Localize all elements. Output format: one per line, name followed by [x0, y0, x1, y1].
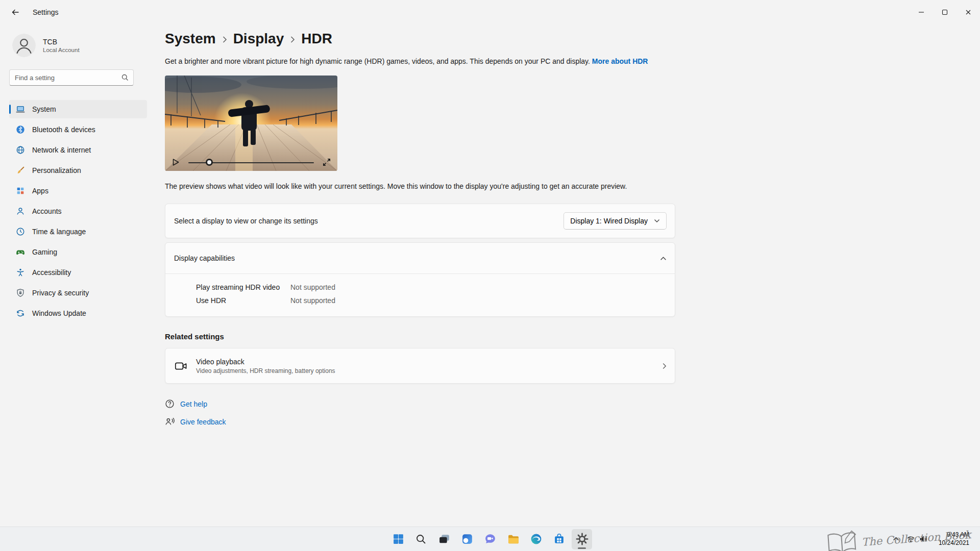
play-button[interactable] — [171, 158, 180, 167]
widgets-button[interactable] — [457, 529, 477, 549]
back-button[interactable] — [5, 3, 26, 21]
fullscreen-button[interactable] — [322, 158, 331, 167]
fullscreen-icon — [322, 158, 331, 167]
sidebar-item-gaming[interactable]: Gaming — [9, 243, 147, 261]
maximize-icon — [942, 9, 948, 15]
system-icon — [16, 105, 25, 114]
feedback-icon — [165, 417, 175, 427]
breadcrumb: System Display HDR — [165, 31, 980, 47]
preview-caption: The preview shows what video will look l… — [165, 182, 701, 190]
video-playback-card[interactable]: Video playback Video adjustments, HDR st… — [165, 348, 675, 384]
open-app-indicator — [578, 547, 586, 549]
help-links: Get help Give feedback — [165, 399, 980, 427]
store-button[interactable] — [549, 529, 569, 549]
user-account-type: Local Account — [43, 47, 80, 53]
page-description-text: Get a brighter and more vibrant picture … — [165, 57, 590, 65]
slider-thumb[interactable] — [206, 159, 213, 166]
capability-label: Play streaming HDR video — [196, 281, 290, 294]
window-title: Settings — [33, 8, 59, 16]
wifi-icon — [906, 535, 915, 543]
selected-indicator — [9, 105, 11, 114]
sidebar-item-accounts[interactable]: Accounts — [9, 202, 147, 220]
network-volume-button[interactable] — [903, 529, 931, 549]
sidebar-item-network-internet[interactable]: Network & internet — [9, 141, 147, 159]
display-select-dropdown[interactable]: Display 1: Wired Display — [564, 212, 667, 230]
sidebar-item-label: Apps — [32, 187, 48, 195]
widgets-icon — [461, 533, 474, 545]
bluetooth-icon — [16, 125, 25, 134]
video-playback-subtitle: Video adjustments, HDR streaming, batter… — [196, 367, 335, 374]
maximize-button[interactable] — [933, 0, 957, 24]
gamepad-icon — [16, 247, 25, 257]
edge-icon — [530, 533, 543, 545]
close-button[interactable] — [957, 0, 980, 24]
sidebar-item-label: Bluetooth & devices — [32, 126, 95, 134]
more-about-hdr-link[interactable]: More about HDR — [592, 57, 648, 65]
sidebar-item-time-language[interactable]: Time & language — [9, 222, 147, 241]
video-progress-slider[interactable] — [188, 159, 314, 166]
chevron-right-icon — [290, 35, 295, 44]
sidebar-item-privacy-security[interactable]: Privacy & security — [9, 284, 147, 302]
breadcrumb-system[interactable]: System — [165, 31, 216, 47]
sidebar-item-apps[interactable]: Apps — [9, 182, 147, 200]
edge-button[interactable] — [526, 529, 546, 549]
display-select-value: Display 1: Wired Display — [570, 217, 648, 225]
file-explorer-button[interactable] — [503, 529, 523, 549]
start-icon — [392, 533, 405, 545]
sidebar-item-label: System — [32, 105, 56, 113]
volume-icon — [919, 535, 927, 543]
give-feedback-row[interactable]: Give feedback — [165, 417, 980, 427]
breadcrumb-display[interactable]: Display — [233, 31, 284, 47]
settings-button[interactable] — [572, 529, 592, 549]
taskbar-search-button[interactable] — [411, 529, 431, 549]
sidebar-item-bluetooth-devices[interactable]: Bluetooth & devices — [9, 120, 147, 139]
search-input[interactable] — [9, 69, 134, 86]
sidebar-item-label: Time & language — [32, 228, 86, 236]
minimize-icon — [918, 9, 924, 15]
sidebar-item-windows-update[interactable]: Windows Update — [9, 304, 147, 322]
hdr-settings-page: System Display HDR Get a brighter and mo… — [153, 24, 980, 527]
hdr-video-preview[interactable] — [165, 76, 337, 171]
video-playback-title: Video playback — [196, 358, 335, 366]
task-view-button[interactable] — [434, 529, 454, 549]
sidebar-item-label: Privacy & security — [32, 289, 89, 297]
clock-button[interactable]: 9:43 AM 10/24/2021 — [931, 529, 977, 549]
start-button[interactable] — [388, 529, 408, 549]
back-arrow-icon — [11, 8, 19, 16]
display-select-card: Select a display to view or change its s… — [165, 204, 675, 238]
settings-icon — [576, 533, 589, 545]
titlebar: Settings — [0, 0, 980, 24]
store-icon — [553, 533, 566, 545]
get-help-icon — [165, 399, 175, 409]
minimize-button[interactable] — [910, 0, 933, 24]
sidebar-item-system[interactable]: System — [9, 100, 147, 118]
chevron-right-icon — [222, 35, 227, 44]
display-capabilities-header[interactable]: Display capabilities — [165, 243, 675, 273]
hidden-icons-button[interactable] — [889, 529, 903, 549]
shield-lock-icon — [16, 288, 25, 297]
display-capabilities-body: Play streaming HDR video Not supported U… — [165, 274, 675, 316]
collapse-button[interactable] — [660, 256, 667, 261]
chat-button[interactable] — [480, 529, 500, 549]
video-controls — [165, 154, 337, 171]
window-controls — [910, 0, 980, 24]
sidebar-item-personalization[interactable]: Personalization — [9, 161, 147, 180]
capability-value: Not supported — [290, 294, 335, 307]
page-description: Get a brighter and more vibrant picture … — [165, 57, 701, 65]
accounts-icon — [16, 207, 25, 216]
give-feedback-link[interactable]: Give feedback — [180, 418, 226, 426]
sidebar-item-label: Personalization — [32, 166, 81, 174]
related-settings-heading: Related settings — [165, 332, 980, 341]
chevron-right-icon — [662, 362, 667, 370]
network-icon — [16, 145, 25, 155]
get-help-row[interactable]: Get help — [165, 399, 980, 409]
clock-icon — [16, 227, 25, 236]
file-explorer-icon — [507, 533, 520, 545]
sidebar-item-accessibility[interactable]: Accessibility — [9, 263, 147, 282]
system-tray: 9:43 AM 10/24/2021 — [889, 527, 977, 551]
chat-icon — [484, 533, 497, 545]
get-help-link[interactable]: Get help — [180, 400, 207, 408]
capability-value: Not supported — [290, 281, 335, 294]
play-icon — [171, 158, 180, 167]
tray-date: 10/24/2021 — [939, 539, 969, 547]
